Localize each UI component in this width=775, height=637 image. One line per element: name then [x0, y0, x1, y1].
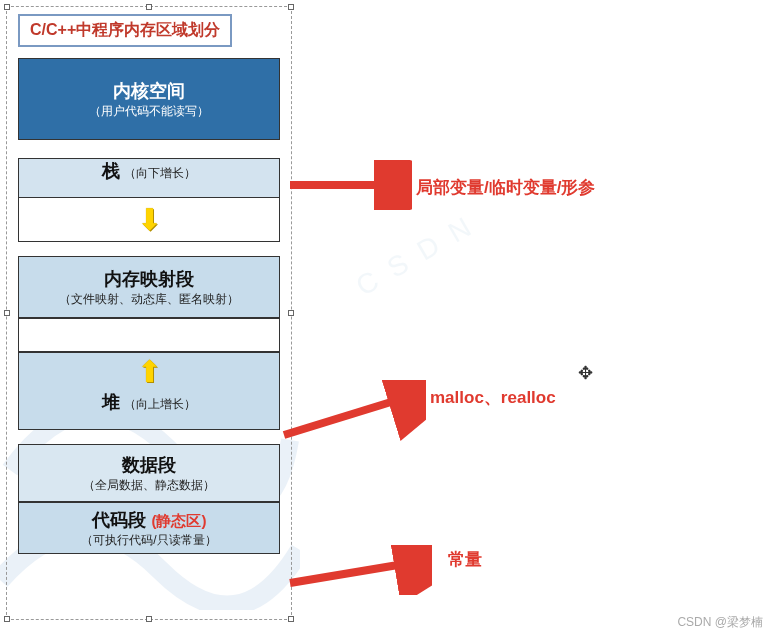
heap-sub: （向上增长）	[124, 396, 196, 413]
segment-kernel: 内核空间 （用户代码不能读写）	[18, 58, 280, 140]
arrow-to-code	[282, 545, 432, 595]
gap-blank	[18, 318, 280, 352]
stack-grow-arrow-area: ⬇	[18, 198, 280, 242]
heap-grow-arrow-area: ⬆	[18, 352, 280, 390]
annotation-code: 常量	[448, 548, 482, 571]
arrow-down-icon: ⬇	[137, 205, 162, 235]
watermark-text: C S D N	[351, 209, 480, 302]
kernel-title: 内核空间	[113, 79, 185, 103]
footer-author: @梁梦楠	[715, 615, 763, 629]
footer-watermark: CSDN @梁梦楠	[677, 614, 763, 631]
code-sub: （可执行代码/只读常量）	[81, 532, 216, 549]
svg-line-3	[284, 398, 404, 435]
cursor-crosshair-icon: ✥	[578, 362, 593, 384]
svg-line-5	[290, 563, 410, 583]
stack-sub: （向下增长）	[124, 165, 196, 182]
data-sub: （全局数据、静态数据）	[83, 477, 215, 494]
stack-title: 栈	[102, 159, 120, 183]
footer-site: CSDN	[677, 615, 711, 629]
heap-title: 堆	[102, 390, 120, 414]
memory-layout-column: 内核空间 （用户代码不能读写） 栈 （向下增长） ⬇ 内存映射段 （文件映射、动…	[18, 58, 280, 554]
data-title: 数据段	[122, 453, 176, 477]
code-title: 代码段	[92, 508, 146, 532]
mmap-title: 内存映射段	[104, 267, 194, 291]
segment-stack: 栈 （向下增长）	[18, 158, 280, 198]
arrow-to-stack	[282, 160, 412, 210]
segment-data: 数据段 （全局数据、静态数据）	[18, 444, 280, 502]
arrow-to-heap	[276, 380, 426, 450]
segment-code: 代码段 (静态区) （可执行代码/只读常量）	[18, 502, 280, 554]
segment-mmap: 内存映射段 （文件映射、动态库、匿名映射）	[18, 256, 280, 318]
diagram-title: C/C++中程序内存区域划分	[18, 14, 232, 47]
segment-heap: 堆 （向上增长）	[18, 390, 280, 430]
arrow-up-icon: ⬆	[137, 357, 162, 387]
kernel-sub: （用户代码不能读写）	[89, 103, 209, 120]
annotation-stack: 局部变量/临时变量/形参	[416, 176, 595, 199]
annotation-heap: malloc、realloc	[430, 386, 556, 409]
mmap-sub: （文件映射、动态库、匿名映射）	[59, 291, 239, 308]
code-static-tag: (静态区)	[152, 512, 207, 531]
